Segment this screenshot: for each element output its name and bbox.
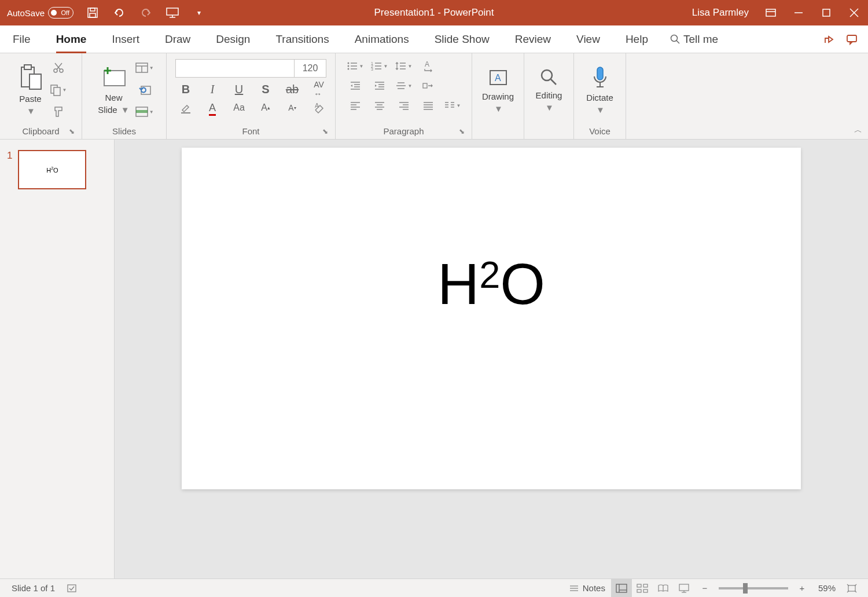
drawing-button[interactable]: A Drawing ▼: [477, 64, 518, 116]
svg-rect-9: [823, 9, 830, 16]
editing-button[interactable]: Editing ▼: [531, 65, 567, 115]
autosave-switch[interactable]: Off: [48, 7, 73, 19]
tab-transitions[interactable]: Transitions: [263, 25, 341, 53]
notes-button[interactable]: Notes: [563, 579, 611, 598]
tab-home[interactable]: Home: [43, 25, 100, 53]
bullets-button[interactable]: ▼: [348, 59, 362, 73]
cut-button[interactable]: [48, 59, 69, 76]
zoom-slider[interactable]: [719, 587, 788, 589]
change-case-button[interactable]: Aa: [232, 101, 246, 115]
align-right-button[interactable]: [397, 98, 411, 112]
tab-help[interactable]: Help: [613, 25, 661, 53]
line-spacing-button[interactable]: ▼: [397, 59, 411, 73]
bold-button[interactable]: B: [179, 82, 193, 96]
dictate-button[interactable]: Dictate ▼: [582, 63, 618, 117]
zoom-handle[interactable]: [743, 583, 748, 594]
launcher-icon[interactable]: ⬊: [459, 127, 465, 135]
tab-design[interactable]: Design: [203, 25, 263, 53]
tab-slideshow[interactable]: Slide Show: [422, 25, 502, 53]
qat-customize-icon[interactable]: ▾: [193, 6, 205, 19]
slide[interactable]: H2O: [182, 148, 801, 489]
svg-rect-92: [68, 585, 76, 592]
tab-animations[interactable]: Animations: [342, 25, 422, 53]
launcher-icon[interactable]: ⬊: [69, 127, 75, 135]
redo-icon[interactable]: [139, 6, 152, 19]
slides-label: Slides: [112, 126, 136, 136]
zoom-in-button[interactable]: +: [792, 579, 812, 598]
font-size-input[interactable]: 120: [295, 60, 326, 77]
numbering-button[interactable]: 123▼: [373, 59, 387, 73]
svg-rect-96: [616, 584, 627, 592]
group-voice: Dictate ▼ Voice: [574, 53, 626, 139]
tab-file[interactable]: File: [0, 25, 43, 53]
tell-me-search[interactable]: Tell me: [661, 33, 727, 46]
font-selector[interactable]: 120: [175, 59, 326, 78]
svg-rect-104: [679, 584, 689, 591]
reading-view-button[interactable]: [653, 579, 674, 598]
copy-button[interactable]: ▼: [48, 81, 69, 98]
align-text-button[interactable]: ▼: [397, 79, 411, 93]
tab-draw[interactable]: Draw: [152, 25, 203, 53]
normal-view-button[interactable]: [611, 579, 632, 598]
autosave-toggle[interactable]: AutoSave Off: [7, 7, 73, 19]
format-painter-button[interactable]: [48, 103, 69, 120]
section-button[interactable]: ▼: [134, 103, 155, 120]
convert-smartart-button[interactable]: [421, 79, 435, 93]
comments-icon[interactable]: [844, 31, 860, 47]
ribbon-display-icon[interactable]: [757, 0, 785, 25]
present-icon[interactable]: [166, 6, 179, 19]
launcher-icon[interactable]: ⬊: [322, 127, 328, 135]
strikethrough-button[interactable]: ab: [285, 82, 299, 96]
svg-rect-100: [643, 584, 648, 587]
spell-check-icon[interactable]: [61, 579, 83, 598]
title-bar: AutoSave Off ▾ Presentation1 - PowerPoin…: [0, 0, 868, 25]
share-icon[interactable]: [821, 31, 837, 47]
grow-font-button[interactable]: A▴: [259, 101, 273, 115]
columns-icon: [444, 101, 455, 110]
undo-icon[interactable]: [113, 6, 126, 19]
italic-button[interactable]: I: [205, 82, 219, 96]
align-left-button[interactable]: [348, 98, 362, 112]
highlight-button[interactable]: [179, 101, 193, 115]
sorter-view-button[interactable]: [632, 579, 653, 598]
new-slide-button[interactable]: New Slide ▼: [93, 63, 134, 117]
zoom-out-button[interactable]: −: [694, 579, 715, 598]
slide-thumbnail-1[interactable]: H2O: [18, 150, 86, 189]
close-icon[interactable]: [840, 0, 868, 25]
zoom-level[interactable]: 59%: [812, 579, 841, 598]
slide-text[interactable]: H2O: [437, 251, 545, 317]
tab-view[interactable]: View: [564, 25, 613, 53]
columns-button[interactable]: ▼: [446, 98, 459, 112]
clear-format-button[interactable]: A: [312, 101, 326, 115]
svg-text:A: A: [495, 73, 501, 83]
tab-review[interactable]: Review: [502, 25, 564, 53]
svg-point-35: [347, 63, 349, 64]
increase-indent-button[interactable]: [373, 79, 387, 93]
reset-button[interactable]: [134, 81, 155, 98]
char-spacing-button[interactable]: AV↔: [312, 82, 326, 96]
decrease-indent-button[interactable]: [348, 79, 362, 93]
minimize-icon[interactable]: [785, 0, 812, 25]
tab-insert[interactable]: Insert: [99, 25, 152, 53]
maximize-icon[interactable]: [812, 0, 840, 25]
slide-canvas-area[interactable]: H2O: [115, 140, 868, 578]
user-name[interactable]: Lisa Parmley: [692, 7, 749, 19]
group-slides: New Slide ▼ ▼ ▼ Slides: [82, 53, 167, 139]
slideshow-view-button[interactable]: [674, 579, 694, 598]
slide-counter[interactable]: Slide 1 of 1: [6, 579, 61, 598]
underline-button[interactable]: U: [232, 82, 246, 96]
save-icon[interactable]: [86, 6, 99, 19]
paste-button[interactable]: Paste ▼: [13, 61, 48, 118]
justify-button[interactable]: [421, 98, 435, 112]
svg-text:A: A: [315, 102, 319, 109]
shrink-font-button[interactable]: A▾: [285, 101, 299, 115]
text-direction-button[interactable]: A: [421, 59, 435, 73]
svg-point-87: [542, 70, 552, 80]
font-name-input[interactable]: [176, 60, 295, 77]
fit-window-button[interactable]: [841, 579, 862, 598]
align-center-button[interactable]: [373, 98, 387, 112]
collapse-ribbon-icon[interactable]: ︿: [854, 125, 862, 135]
layout-button[interactable]: ▼: [134, 59, 155, 76]
shadow-button[interactable]: S: [259, 82, 273, 96]
font-color-button[interactable]: A: [205, 101, 219, 115]
